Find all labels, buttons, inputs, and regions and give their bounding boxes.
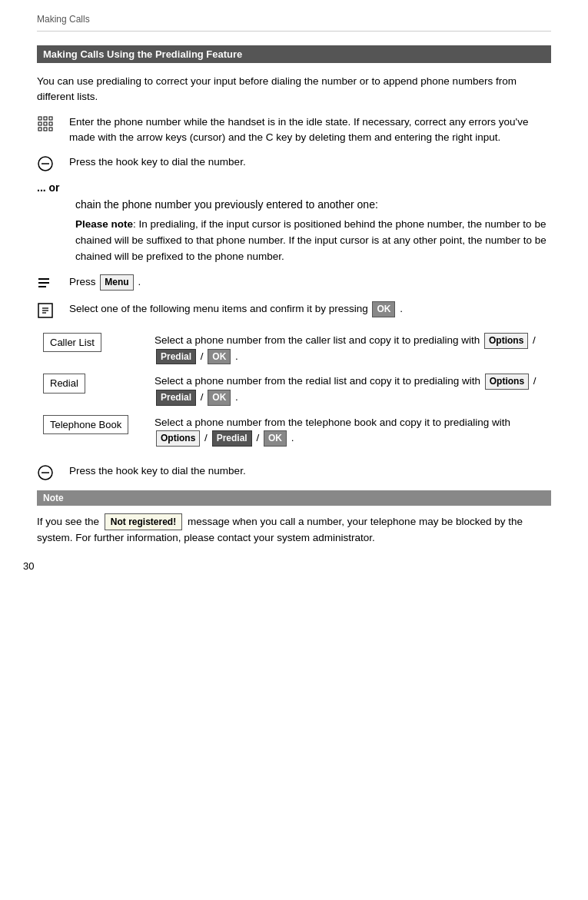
caller-list-slash2: /: [201, 350, 204, 362]
option-label-cell-1: Caller List: [37, 328, 148, 370]
note-bar: Note: [37, 490, 551, 506]
section-title-text: Making Calls Using the Predialing Featur…: [43, 48, 242, 60]
telephone-book-slash2: /: [256, 432, 259, 443]
select-text: Select one of the following menu items a…: [69, 303, 368, 314]
option-desc-cell-2: Select a phone number from the redial li…: [148, 369, 551, 410]
press-menu-row: Press Menu .: [37, 274, 551, 292]
redial-desc-before: Select a phone number from the redial li…: [154, 375, 480, 387]
select-row: Select one of the following menu items a…: [37, 301, 551, 319]
step-hook2-row: Press the hook key to dial the number.: [37, 463, 551, 481]
step-hook2-text: Press the hook key to dial the number.: [69, 463, 551, 479]
step-2-icon-cell: [37, 155, 65, 172]
redial-options-btn: Options: [485, 374, 529, 390]
option-desc-cell-3: Select a phone number from the telephone…: [148, 410, 551, 451]
svg-rect-4: [44, 122, 47, 125]
please-note-text: : In predialing, if the input cursor is …: [75, 218, 546, 262]
caller-list-options-btn: Options: [484, 333, 528, 349]
telephone-book-desc-after: .: [291, 432, 294, 443]
option-label-cell-2: Redial: [37, 369, 148, 410]
chain-text: chain the phone number you previously en…: [37, 198, 551, 211]
step-2-row: Press the hook key to dial the number.: [37, 154, 551, 172]
caller-list-ok-btn: OK: [208, 349, 231, 365]
hook2-icon: [37, 464, 54, 481]
redial-slash2: /: [201, 391, 204, 403]
chain-text-content: chain the phone number you previously en…: [75, 198, 378, 211]
option-row-caller-list: Caller List Select a phone number from t…: [37, 328, 551, 370]
svg-rect-0: [38, 117, 42, 120]
redial-label: Redial: [43, 374, 85, 394]
svg-rect-8: [49, 128, 52, 131]
caller-list-desc-before: Select a phone number from the caller li…: [154, 334, 480, 346]
press-menu-label: Press: [69, 276, 96, 287]
caller-list-predial-btn: Predial: [156, 349, 196, 365]
header-title: Making Calls: [37, 14, 90, 25]
redial-ok-btn: OK: [208, 390, 231, 406]
section-title-bar: Making Calls Using the Predialing Featur…: [37, 45, 551, 63]
svg-rect-7: [44, 128, 47, 131]
telephone-book-slash1: /: [204, 432, 208, 443]
option-desc-cell-1: Select a phone number from the caller li…: [148, 328, 551, 370]
caller-list-desc-after: .: [235, 350, 238, 362]
telephone-book-predial-btn: Predial: [212, 430, 252, 447]
step-1-text: Enter the phone number while the handset…: [69, 115, 551, 146]
note-paragraph: If you see the Not registered! message w…: [37, 513, 551, 546]
select-icon-cell: [37, 302, 65, 319]
page-number: 30: [23, 560, 34, 572]
options-table: Caller List Select a phone number from t…: [37, 328, 551, 451]
menu-press-icon: [37, 275, 54, 292]
option-row-redial: Redial Select a phone number from the re…: [37, 369, 551, 410]
svg-rect-6: [38, 128, 42, 131]
press-menu-period: .: [138, 276, 141, 287]
svg-rect-1: [44, 117, 47, 120]
step-hook2-icon-cell: [37, 464, 65, 481]
redial-slash1: /: [533, 375, 537, 387]
ok-button-inline: OK: [372, 301, 395, 317]
svg-rect-2: [49, 117, 52, 120]
telephone-book-ok-btn: OK: [264, 430, 287, 447]
page-header: Making Calls: [37, 14, 551, 32]
note-label: Note: [43, 493, 64, 503]
redial-desc-after: .: [235, 391, 238, 403]
menu-button: Menu: [100, 274, 133, 291]
not-registered-button: Not registered!: [105, 513, 182, 530]
step-2-text: Press the hook key to dial the number.: [69, 154, 551, 170]
caller-list-label: Caller List: [43, 333, 101, 353]
menu-icon-cell: [37, 275, 65, 292]
hook-icon: [37, 155, 54, 172]
telephone-book-label: Telephone Book: [43, 415, 128, 435]
select-content: Select one of the following menu items a…: [69, 301, 551, 317]
please-note-label: Please note: [75, 218, 133, 230]
intro-paragraph: You can use predialing to correct your i…: [37, 74, 551, 105]
or-label: ... or: [37, 181, 551, 194]
svg-rect-13: [38, 286, 46, 287]
page: Making Calls Making Calls Using the Pred…: [0, 0, 588, 586]
svg-rect-11: [38, 278, 49, 280]
step-1-row: Enter the phone number while the handset…: [37, 115, 551, 146]
please-note-block: Please note: In predialing, if the input…: [37, 217, 551, 265]
caller-list-slash1: /: [533, 334, 536, 346]
select-icon: [37, 302, 54, 319]
keypad-icon: [37, 115, 54, 132]
svg-rect-3: [38, 122, 42, 125]
note-text-before: If you see the: [37, 516, 99, 527]
option-row-telephone-book: Telephone Book Select a phone number fro…: [37, 410, 551, 451]
redial-predial-btn: Predial: [156, 390, 196, 406]
telephone-book-desc-before: Select a phone number from the telephone…: [154, 417, 510, 428]
step-1-icon-cell: [37, 115, 65, 132]
option-label-cell-3: Telephone Book: [37, 410, 148, 451]
svg-rect-5: [49, 122, 52, 125]
svg-rect-12: [38, 282, 49, 284]
press-menu-content: Press Menu .: [69, 274, 551, 291]
select-period: .: [400, 303, 403, 314]
telephone-book-options-btn: Options: [156, 430, 200, 447]
